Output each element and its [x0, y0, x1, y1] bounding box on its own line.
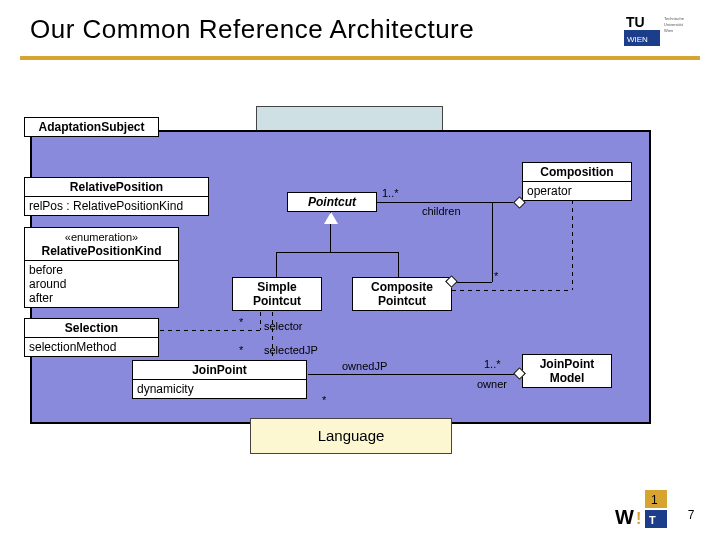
svg-text:Wien: Wien [664, 28, 673, 33]
svg-text:Universität: Universität [664, 22, 684, 27]
wit-logo: 1 T W ! [615, 490, 670, 530]
class-name: Composition [523, 163, 631, 182]
role-label: owner [477, 378, 507, 390]
role-label: selector [264, 320, 303, 332]
slide-header: Our Common Reference Architecture TU WIE… [0, 4, 720, 64]
class-name: Selection [25, 319, 158, 338]
class-name: Simple Pointcut [233, 278, 321, 310]
connector [492, 202, 493, 282]
svg-text:W: W [615, 506, 634, 528]
class-attr: selectionMethod [25, 338, 158, 356]
multiplicity-label: 1..* [382, 187, 399, 199]
svg-text:T: T [649, 514, 656, 526]
slide: Our Common Reference Architecture TU WIE… [0, 0, 720, 540]
footer-divider [0, 462, 720, 465]
class-pointcut: Pointcut [287, 192, 377, 212]
class-name: RelativePositionKind [41, 244, 161, 258]
role-label: ownedJP [342, 360, 387, 372]
svg-text:Technische: Technische [664, 16, 685, 21]
multiplicity-label: * [494, 270, 498, 282]
multiplicity-label: 1..* [484, 358, 501, 370]
connector-dashed [572, 200, 573, 290]
class-name: Composite Pointcut [353, 278, 451, 310]
class-join-point: JoinPoint dynamicity [132, 360, 307, 399]
role-label: children [422, 205, 461, 217]
class-adaptation-subject: AdaptationSubject [24, 117, 159, 137]
language-label: Language [318, 427, 385, 444]
connector-dashed [452, 290, 572, 291]
page-number: 7 [682, 508, 700, 522]
multiplicity-label: * [239, 344, 243, 356]
class-join-point-model: JoinPoint Model [522, 354, 612, 388]
stereotype: «enumeration» [65, 231, 138, 243]
class-name: JoinPoint Model [523, 355, 611, 387]
language-label-box: Language [250, 418, 452, 454]
class-selection: Selection selectionMethod [24, 318, 159, 357]
tu-wien-logo: TU WIEN Technische Universität Wien [624, 12, 704, 48]
class-name: RelativePosition [25, 178, 208, 197]
class-name: AdaptationSubject [25, 118, 158, 136]
connector [308, 374, 522, 375]
multiplicity-label: * [239, 316, 243, 328]
role-label: selectedJP [264, 344, 318, 356]
class-composition: Composition operator [522, 162, 632, 201]
svg-text:!: ! [636, 510, 641, 527]
background-panel-top [256, 106, 443, 132]
class-relative-position: RelativePosition relPos : RelativePositi… [24, 177, 209, 216]
svg-text:TU: TU [626, 14, 645, 30]
class-attr: dynamicity [133, 380, 306, 398]
connector-dashed [160, 330, 260, 331]
connector [452, 282, 492, 283]
svg-text:1: 1 [651, 493, 658, 507]
class-name: JoinPoint [133, 361, 306, 380]
class-simple-pointcut: Simple Pointcut [232, 277, 322, 311]
class-name: Pointcut [288, 193, 376, 211]
multiplicity-label: * [322, 394, 326, 406]
connector-dashed [260, 312, 261, 330]
class-attr: operator [523, 182, 631, 200]
uml-diagram: AdaptationSubject RelativePosition relPo… [30, 130, 651, 424]
header-divider [20, 56, 700, 60]
slide-title: Our Common Reference Architecture [30, 14, 474, 45]
class-attr: relPos : RelativePositionKind [25, 197, 208, 215]
svg-text:WIEN: WIEN [627, 35, 648, 44]
enum-literals: before around after [25, 261, 178, 307]
enum-relative-position-kind: «enumeration» RelativePositionKind befor… [24, 227, 179, 308]
connector [377, 202, 522, 203]
connector [276, 252, 277, 277]
connector [276, 252, 398, 253]
connector [398, 252, 399, 277]
class-composite-pointcut: Composite Pointcut [352, 277, 452, 311]
generalization-arrow-icon [324, 212, 338, 224]
